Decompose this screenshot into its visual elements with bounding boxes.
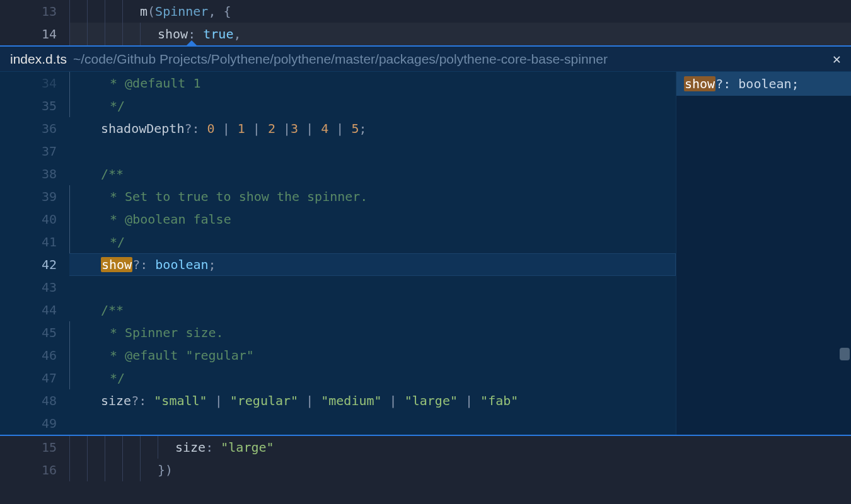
line-number: 42 xyxy=(0,253,69,276)
peek-code-line[interactable]: 35 */ xyxy=(0,94,676,117)
code-line[interactable]: 13 m(Spinner, { xyxy=(0,0,851,23)
peek-filepath: ~/code/Github Projects/Polythene/polythe… xyxy=(73,52,608,67)
line-number: 34 xyxy=(0,72,69,94)
scrollbar-thumb[interactable] xyxy=(840,348,850,360)
code-line[interactable]: 15 size: "large" xyxy=(0,436,851,459)
line-number: 37 xyxy=(0,140,69,163)
code-line[interactable]: 14 show: true, xyxy=(0,23,851,45)
peek-code-line[interactable]: 45 * Spinner size. xyxy=(0,321,676,344)
peek-header: index.d.ts ~/code/Github Projects/Polyth… xyxy=(0,47,851,72)
line-number: 48 xyxy=(0,389,69,412)
code-content: size?: "small" | "regular" | "medium" | … xyxy=(101,389,518,412)
peek-code-line[interactable]: 47 */ xyxy=(0,367,676,389)
line-number: 36 xyxy=(0,117,69,140)
peek-border-top xyxy=(0,45,851,47)
line-number: 41 xyxy=(0,231,69,253)
peek-code-line[interactable]: 44 /** xyxy=(0,299,676,321)
code-content: * Spinner size. xyxy=(110,321,224,344)
code-editor-root: 13 m(Spinner, { 14 show: true, index.d.t… xyxy=(0,0,851,504)
peek-body: 34 * @default 1 35 */ 36 shadowDepth?: 0… xyxy=(0,72,851,435)
peek-code-line[interactable]: 42 show?: boolean; xyxy=(0,253,676,276)
peek-code-line[interactable]: 41 */ xyxy=(0,231,676,253)
line-number: 35 xyxy=(0,94,69,117)
peek-reference-item[interactable]: show?: boolean; xyxy=(676,72,851,96)
code-content: m(Spinner, { xyxy=(140,0,231,23)
peek-pointer-icon xyxy=(186,40,197,46)
line-number: 47 xyxy=(0,367,69,389)
code-content: */ xyxy=(110,231,125,253)
code-content: * @efault "regular" xyxy=(110,344,254,367)
line-number: 15 xyxy=(0,436,69,459)
code-line[interactable]: 16 }) xyxy=(0,459,851,481)
code-content: size: "large" xyxy=(175,436,274,459)
line-number: 46 xyxy=(0,344,69,367)
code-content: show: true, xyxy=(158,23,241,45)
line-number: 16 xyxy=(0,459,69,481)
line-number: 14 xyxy=(0,23,69,45)
peek-code-line[interactable]: 48 size?: "small" | "regular" | "medium"… xyxy=(0,389,676,412)
line-number: 13 xyxy=(0,0,69,23)
line-number: 45 xyxy=(0,321,69,344)
peek-reference-list[interactable]: show?: boolean; xyxy=(676,72,851,435)
code-content: /** xyxy=(101,299,124,321)
code-content: * @boolean false xyxy=(110,208,231,231)
code-content: }) xyxy=(158,459,173,481)
line-number: 43 xyxy=(0,276,69,299)
code-content: * @default 1 xyxy=(110,72,201,94)
peek-filename[interactable]: index.d.ts xyxy=(10,52,67,67)
peek-code-line[interactable]: 40 * @boolean false xyxy=(0,208,676,231)
code-content: show?: boolean; xyxy=(101,253,216,276)
peek-code-pane[interactable]: 34 * @default 1 35 */ 36 shadowDepth?: 0… xyxy=(0,72,676,435)
peek-code-line[interactable]: 38 /** xyxy=(0,163,676,185)
line-number: 39 xyxy=(0,185,69,208)
reference-highlight: show xyxy=(684,76,715,91)
close-icon[interactable]: ✕ xyxy=(833,51,841,67)
line-number: 44 xyxy=(0,299,69,321)
peek-code-line[interactable]: 46 * @efault "regular" xyxy=(0,344,676,367)
line-number: 38 xyxy=(0,163,69,185)
peek-code-line[interactable]: 43 xyxy=(0,276,676,299)
line-number: 40 xyxy=(0,208,69,231)
code-content: */ xyxy=(110,94,125,117)
reference-rest: ?: boolean; xyxy=(715,76,799,91)
peek-code-line[interactable]: 34 * @default 1 xyxy=(0,72,676,94)
code-content: * Set to true to show the spinner. xyxy=(110,185,368,208)
peek-code-line[interactable]: 36 shadowDepth?: 0 | 1 | 2 |3 | 4 | 5; xyxy=(0,117,676,140)
code-content: shadowDepth?: 0 | 1 | 2 |3 | 4 | 5; xyxy=(101,117,367,140)
top-editor-pane[interactable]: 13 m(Spinner, { 14 show: true, xyxy=(0,0,851,45)
line-number: 49 xyxy=(0,412,69,435)
code-content: */ xyxy=(110,367,125,389)
peek-code-line[interactable]: 39 * Set to true to show the spinner. xyxy=(0,185,676,208)
bottom-editor-pane[interactable]: 15 size: "large" 16 }) xyxy=(0,436,851,481)
code-content: /** xyxy=(101,163,124,185)
peek-code-line[interactable]: 37 xyxy=(0,140,676,163)
peek-code-line[interactable]: 49 xyxy=(0,412,676,435)
